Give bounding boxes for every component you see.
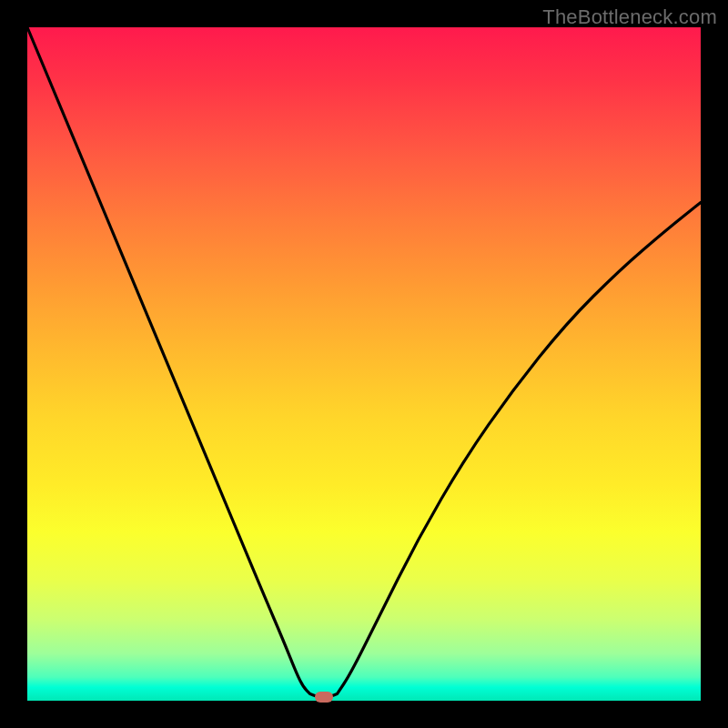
plot-area <box>27 27 701 701</box>
watermark-text: TheBottleneck.com <box>542 5 717 29</box>
bottleneck-curve <box>27 27 701 701</box>
minimum-marker <box>315 692 333 703</box>
chart-frame: TheBottleneck.com <box>0 0 728 728</box>
